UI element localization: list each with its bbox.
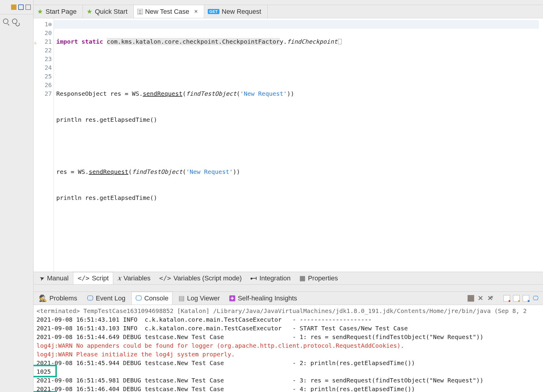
- clear-icon[interactable]: [503, 295, 510, 302]
- tab-event-log[interactable]: 🖵 Event Log: [83, 292, 129, 305]
- close-all-icon[interactable]: ✕✕: [487, 295, 493, 302]
- console-line: 2021-09-08 16:51:43.103 INFO c.k.katalon…: [37, 324, 540, 333]
- heal-icon: ✚: [229, 295, 235, 301]
- line-number: 25: [40, 72, 54, 81]
- http-method-badge: GET: [208, 9, 219, 14]
- console-line: log4j:WARN No appenders could be found f…: [37, 341, 540, 350]
- line-number: 22: [40, 46, 54, 55]
- tab-new-test-case[interactable]: New Test Case ✕: [134, 5, 204, 18]
- line-number: 24: [40, 63, 54, 72]
- panel-divider[interactable]: [34, 285, 543, 292]
- tab-label: Integration: [260, 274, 291, 282]
- console-title: <terminated> TempTestCase1631094698852 […: [37, 307, 540, 315]
- console-line: 2021-09-08 16:51:44.649 DEBUG testcase.N…: [37, 333, 540, 341]
- scroll-lock-icon[interactable]: [513, 295, 520, 302]
- tab-label: Start Page: [45, 8, 77, 16]
- tab-variables[interactable]: 𝑥 Variables: [113, 272, 155, 284]
- tab-problems[interactable]: 🕵 Problems: [35, 292, 81, 305]
- warning-marker-icon: △: [34, 38, 37, 47]
- code-line: [56, 63, 543, 72]
- code-line: [56, 220, 543, 228]
- star-icon: ★: [87, 8, 92, 16]
- line-number: 1: [45, 21, 48, 28]
- search-refresh-icon[interactable]: [12, 19, 18, 25]
- console-output[interactable]: <terminated> TempTestCase1631094698852 […: [34, 305, 543, 392]
- line-number: 20: [40, 29, 54, 37]
- console-toolbar: ✕ ✕✕ 🖵: [468, 295, 541, 302]
- console-line: log4j:WARN Please initialize the log4j s…: [37, 350, 540, 359]
- tab-start-page[interactable]: ★ Start Page: [34, 5, 83, 18]
- console-line: 2021-09-08 16:51:46.404 DEBUG testcase.N…: [37, 385, 540, 392]
- code-icon: </>: [159, 274, 171, 282]
- tab-console[interactable]: 🖵 Console: [131, 292, 172, 305]
- monitor-icon: 🖵: [135, 294, 142, 302]
- line-number: 23: [40, 55, 54, 63]
- editor-mode-tabs: ➤ Manual </> Script 𝑥 Variables </> Vari…: [34, 272, 543, 285]
- tab-label: Properties: [308, 274, 338, 282]
- tab-new-request[interactable]: GET New Request: [204, 5, 267, 18]
- left-sidebar: [0, 0, 34, 392]
- line-number: 26: [40, 81, 54, 89]
- code-line: ResponseObject res = WS.sendRequest(find…: [56, 89, 543, 98]
- tab-label: Variables: [124, 274, 151, 282]
- panel-tabs: 🕵 Problems 🖵 Event Log 🖵 Console ▤ Log V…: [34, 292, 543, 305]
- tab-properties[interactable]: Properties: [295, 272, 342, 284]
- tab-label: Self-healing Insights: [238, 294, 297, 302]
- tab-label: New Request: [222, 8, 261, 16]
- cursor-icon: ➤: [38, 274, 45, 282]
- code-area[interactable]: import static com.kms.katalon.core.check…: [54, 18, 543, 272]
- maximize-icon[interactable]: [25, 4, 31, 10]
- tab-label: Event Log: [96, 294, 125, 302]
- search-icon[interactable]: [3, 19, 9, 25]
- console-line: 2021-09-08 16:51:45.944 DEBUG testcase.N…: [37, 359, 540, 367]
- left-sidebar-controls: [0, 0, 33, 14]
- code-line: println res.getElapsedTime(): [56, 116, 543, 124]
- code-line: res = WS.sendRequest(findTestObject('New…: [56, 168, 543, 176]
- tab-script[interactable]: </> Script: [73, 272, 113, 284]
- variable-icon: 𝑥: [117, 274, 121, 282]
- tab-label: Quick Start: [95, 8, 128, 16]
- monitor-icon: 🖵: [87, 294, 93, 302]
- console-line: 1025: [37, 367, 540, 376]
- code-line: [56, 142, 543, 150]
- grid-icon: [299, 274, 306, 282]
- code-icon: </>: [78, 274, 90, 282]
- tab-integration[interactable]: Integration: [246, 272, 295, 284]
- tab-variables-script[interactable]: </> Variables (Script mode): [155, 272, 246, 284]
- stop-icon[interactable]: [468, 295, 474, 302]
- tab-log-viewer[interactable]: ▤ Log Viewer: [175, 292, 224, 305]
- window-topbar: [34, 0, 543, 5]
- open-console-icon[interactable]: 🖵: [532, 295, 539, 302]
- line-number-gutter: 1⊕ 20 21 22 23 24 25 26 27: [40, 18, 54, 272]
- line-number: 21: [40, 37, 54, 46]
- code-editor[interactable]: △ 1⊕ 20 21 22 23 24 25 26 27 import stat…: [34, 18, 543, 272]
- tab-label: Variables (Script mode): [173, 274, 242, 282]
- minimize-icon[interactable]: [11, 4, 16, 10]
- console-line: 2021-09-08 16:51:45.981 DEBUG testcase.N…: [37, 376, 540, 385]
- code-line: import static com.kms.katalon.core.check…: [56, 37, 543, 46]
- tab-label: Problems: [49, 294, 77, 302]
- pin-icon[interactable]: [523, 295, 529, 302]
- close-icon[interactable]: ✕: [194, 9, 198, 14]
- tab-manual[interactable]: ➤ Manual: [35, 272, 73, 284]
- integration-icon: [251, 276, 257, 280]
- tab-label: New Test Case: [145, 8, 189, 16]
- restore-icon[interactable]: [18, 4, 24, 10]
- log-icon: ▤: [178, 294, 185, 302]
- editor-tabs: ★ Start Page ★ Quick Start New Test Case…: [34, 5, 543, 18]
- line-number: 27: [40, 89, 54, 98]
- marker-column: △: [34, 18, 40, 272]
- console-line: 2021-09-08 16:51:43.101 INFO c.k.katalon…: [37, 315, 540, 324]
- tab-label: Manual: [47, 274, 69, 282]
- close-icon[interactable]: ✕: [477, 295, 484, 302]
- problems-icon: 🕵: [39, 294, 47, 302]
- fold-icon[interactable]: ⊕: [48, 21, 52, 28]
- testcase-icon: [137, 9, 143, 14]
- code-line: println res.getElapsedTime(): [56, 194, 543, 202]
- tab-label: Script: [92, 274, 109, 282]
- tab-label: Log Viewer: [187, 294, 220, 302]
- tab-quick-start[interactable]: ★ Quick Start: [83, 5, 134, 18]
- folded-region-icon[interactable]: [338, 39, 342, 44]
- tab-self-healing[interactable]: ✚ Self-healing Insights: [226, 292, 301, 305]
- star-icon: ★: [37, 8, 43, 16]
